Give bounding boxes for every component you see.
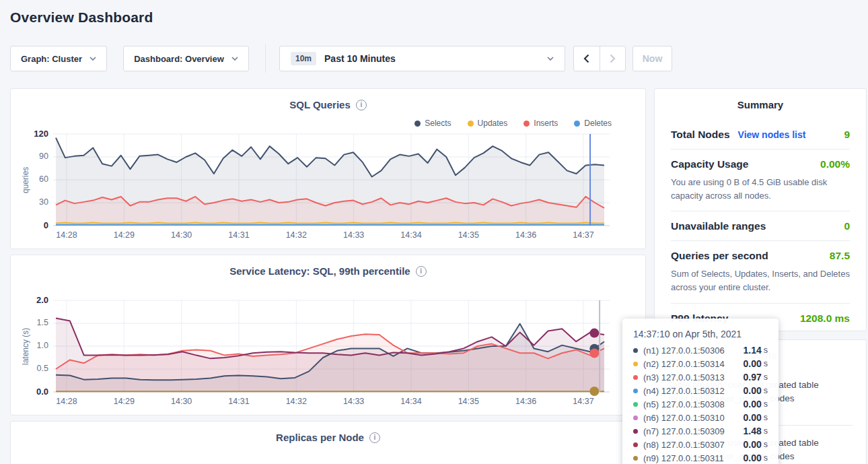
series-color-dot — [633, 456, 638, 461]
chevron-down-icon — [89, 57, 96, 61]
legend-label: Deletes — [584, 119, 612, 128]
chart-title: SQL Queries — [289, 99, 351, 110]
tooltip-node-value: 0.00 — [744, 399, 762, 409]
toolbar-divider — [265, 44, 266, 73]
total-nodes-label: Total Nodes — [671, 129, 730, 141]
tooltip-node-label: (n5) 127.0.0.1:50308 — [643, 399, 725, 409]
y-axis-tick-label: 1.5 — [11, 318, 48, 327]
y-axis-tick-label: 0 — [11, 220, 48, 230]
info-icon[interactable]: i — [416, 266, 427, 277]
tooltip-node-label: (n6) 127.0.0.1:50310 — [643, 413, 725, 423]
legend-item[interactable]: Selects — [414, 119, 451, 128]
service-latency-chart-card: Service Latency: SQL, 99th percentile i … — [10, 255, 646, 416]
tooltip-node-value: 0.00 — [744, 358, 762, 369]
legend-item[interactable]: Updates — [468, 119, 508, 128]
tooltip-node-unit: s — [764, 386, 768, 395]
chevron-down-icon — [547, 57, 554, 61]
qps-value: 87.5 — [830, 250, 850, 262]
summary-row-qps: Queries per second 87.5 — [671, 240, 850, 270]
tooltip-node-unit: s — [764, 372, 768, 382]
legend-item[interactable]: Inserts — [523, 119, 558, 128]
legend-color-dot — [468, 121, 474, 127]
y-axis-tick-label: 2.0 — [11, 295, 48, 305]
tooltip-node-label: (n1) 127.0.0.1:50306 — [643, 345, 725, 356]
legend-label: Inserts — [534, 119, 558, 128]
tooltip-node-unit: s — [764, 359, 768, 368]
y-axis-tick-label: 60 — [11, 174, 48, 184]
series-color-dot — [633, 375, 638, 380]
series-color-dot — [633, 348, 638, 353]
series-color-dot — [633, 429, 638, 434]
legend-color-dot — [523, 121, 530, 127]
tooltip-node-label: (n4) 127.0.0.1:50312 — [643, 386, 725, 396]
step-back-button[interactable] — [574, 46, 600, 71]
y-axis-tick-label: 1.0 — [11, 341, 48, 350]
y-axis-tick-label: 0.0 — [11, 387, 48, 397]
now-button[interactable]: Now — [632, 46, 672, 71]
x-axis-tick-label: 14:30 — [161, 230, 202, 240]
tooltip-node-unit: s — [764, 413, 768, 422]
x-axis-tick-label: 14:30 — [161, 397, 202, 406]
tooltip-node-unit: s — [764, 399, 768, 409]
x-axis-tick-label: 14:34 — [391, 397, 431, 406]
capacity-usage-value: 0.00% — [820, 158, 850, 170]
tooltip-node-label: (n8) 127.0.0.1:50307 — [643, 440, 725, 450]
x-axis-tick-label: 14:35 — [448, 397, 489, 406]
x-axis-tick-label: 14:37 — [563, 230, 604, 240]
tooltip-row: (n2) 127.0.0.1:503140.00s — [633, 358, 768, 369]
overview-dashboard-page: { "page": { "title": "Overview Dashboard… — [0, 0, 868, 464]
tooltip-node-label: (n3) 127.0.0.1:50313 — [643, 372, 725, 383]
tooltip-row: (n8) 127.0.0.1:503070.00s — [633, 439, 768, 450]
chart-title: Replicas per Node — [276, 432, 364, 443]
chart-plot-area[interactable] — [53, 134, 610, 227]
chevron-left-icon — [583, 54, 589, 63]
tooltip-node-value: 1.14 — [744, 345, 762, 356]
graph-scope-label: Graph: Cluster — [21, 54, 82, 64]
page-title: Overview Dashboard — [10, 9, 153, 26]
tooltip-row: (n9) 127.0.0.1:503110.00s — [633, 453, 768, 463]
chart-plot-area[interactable] — [53, 300, 610, 393]
legend-item[interactable]: Deletes — [574, 119, 612, 128]
summary-panel: Summary Total Nodes View nodes list 9 Ca… — [654, 88, 867, 331]
tooltip-row: (n1) 127.0.0.1:503061.14s — [633, 345, 768, 356]
series-color-dot — [633, 416, 638, 420]
tooltip-node-unit: s — [764, 453, 768, 463]
series-color-dot — [633, 442, 638, 447]
x-axis-tick-label: 14:37 — [563, 397, 604, 406]
x-axis-tick-label: 14:33 — [334, 397, 374, 406]
tooltip-node-unit: s — [764, 345, 768, 355]
x-axis-tick-label: 14:31 — [219, 230, 259, 240]
p99-latency-value: 1208.0 ms — [800, 312, 850, 325]
summary-title: Summary — [671, 99, 850, 110]
legend-label: Selects — [425, 119, 451, 128]
tooltip-node-label: (n2) 127.0.0.1:50314 — [643, 359, 725, 369]
x-axis-tick-label: 14:28 — [46, 230, 87, 240]
chart-title: Service Latency: SQL, 99th percentile — [229, 265, 410, 277]
y-axis-tick-label: 90 — [11, 152, 48, 161]
x-axis-tick-label: 14:35 — [448, 230, 489, 240]
chevron-right-icon — [610, 54, 616, 63]
x-axis-tick-label: 14:34 — [391, 230, 431, 240]
tooltip-row: (n7) 127.0.0.1:503091.48s — [633, 426, 768, 436]
tooltip-node-unit: s — [764, 440, 768, 449]
tooltip-node-unit: s — [764, 426, 768, 436]
total-nodes-value: 9 — [844, 129, 850, 141]
tooltip-row: (n3) 127.0.0.1:503130.97s — [633, 372, 768, 383]
tooltip-node-value: 0.00 — [744, 412, 762, 423]
step-forward-button[interactable] — [600, 46, 625, 71]
view-nodes-list-link[interactable]: View nodes list — [738, 129, 806, 140]
x-axis-tick-label: 14:31 — [219, 397, 259, 406]
graph-scope-dropdown[interactable]: Graph: Cluster — [10, 46, 107, 71]
series-color-dot — [633, 402, 638, 407]
capacity-usage-description: You are using 0 B of 4.5 GiB usable disk… — [671, 176, 850, 211]
time-range-badge: 10m — [291, 52, 316, 65]
time-range-selector[interactable]: 10m Past 10 Minutes — [279, 46, 565, 71]
info-icon[interactable]: i — [369, 432, 380, 443]
qps-description: Sum of Selects, Updates, Inserts, and De… — [671, 267, 850, 302]
x-axis-tick-label: 14:36 — [506, 397, 546, 406]
y-axis-tick-label: 30 — [11, 197, 48, 207]
replicas-per-node-chart-card: Replicas per Node i — [10, 421, 646, 464]
info-icon[interactable]: i — [356, 100, 367, 110]
legend-color-dot — [414, 121, 421, 127]
dashboard-dropdown[interactable]: Dashboard: Overview — [123, 46, 249, 71]
